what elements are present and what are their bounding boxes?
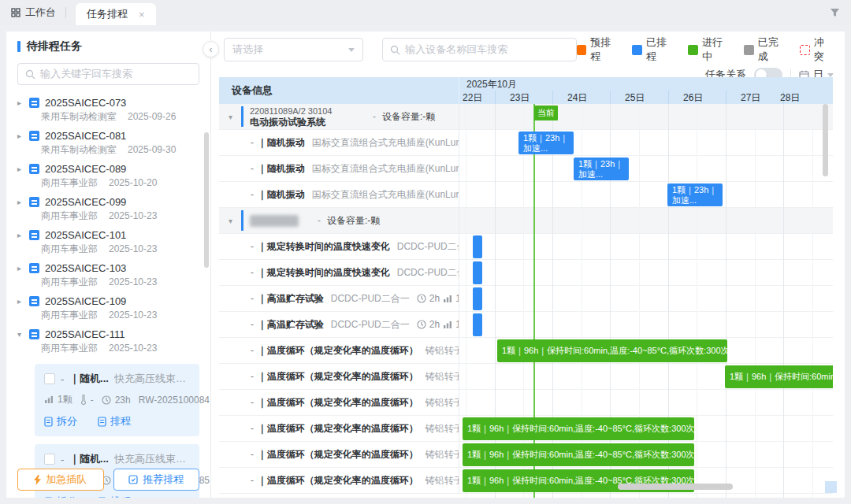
gantt-bar-scheduled[interactable]	[473, 235, 482, 258]
chevron-collapsed-icon[interactable]: ▸	[17, 98, 24, 107]
task-dept: 商用车事业部	[41, 176, 98, 190]
gantt-bar-inprogress[interactable]: 1颗｜96h｜保持时间:60min,温度:-40~85°C,循环次数:300次	[463, 443, 694, 466]
legend-swatch	[632, 45, 642, 55]
device-capacity: 设备容量:-颗	[327, 214, 380, 228]
task-document-icon	[29, 164, 39, 174]
task-id: 2025SAICEC-081	[45, 130, 126, 142]
task-prefix: -	[251, 397, 254, 408]
task-row-left-cell: - ｜随机振动 国标交直流组合式充电插座(KunLun 30)	[219, 156, 459, 181]
workbench-nav[interactable]: 工作台	[11, 6, 56, 20]
sidebar-title: 待排程任务	[27, 39, 82, 54]
lightning-icon	[34, 475, 41, 485]
filter-funnel-icon[interactable]	[830, 8, 840, 17]
task-dept: 乘用车制动检测室	[41, 143, 117, 157]
horizontal-scrollbar[interactable]	[618, 484, 733, 490]
gantt-bar-scheduled[interactable]	[473, 287, 482, 310]
gantt-bar-scheduled[interactable]: 1颗｜23h｜加速...	[574, 158, 629, 180]
group-row-left-cell: ▾ - 设备容量:-颗	[219, 208, 459, 233]
chevron-expanded-icon[interactable]: ▾	[229, 217, 235, 225]
schedule-link[interactable]: 排程	[98, 495, 131, 498]
split-link[interactable]: 拆分	[44, 495, 77, 498]
task-device: DCDC-PUD二合一	[331, 318, 410, 332]
gantt-bar-inprogress[interactable]: 1颗｜96h｜保持时间:60min,温度:-40~85°C,循环次数:300次	[497, 339, 727, 362]
recommend-schedule-button[interactable]: 推荐排程	[113, 469, 200, 491]
tree-item-title-row[interactable]: ▸ 2025SAICEC-109	[17, 295, 199, 308]
task-dept: 商用车事业部	[41, 209, 98, 223]
group-row-left-cell: ▾ 220811089A/2 30104 电动振动试验系统 - 设备容量:-颗	[219, 104, 459, 129]
sidebar-collapse-button[interactable]: ‹	[203, 41, 219, 57]
tree-item: ▾ 2025SAICEC-111商用车事业部 2025-10-23	[17, 324, 199, 358]
chevron-collapsed-icon[interactable]: ▸	[17, 231, 24, 239]
chevron-expanded-icon[interactable]: ▾	[17, 330, 24, 339]
tree-item-title-row[interactable]: ▾ 2025SAICEC-111	[17, 328, 199, 341]
schedule-link[interactable]: 排程	[98, 414, 131, 428]
subtask-checkbox[interactable]	[44, 454, 55, 465]
gantt-bar-inprogress[interactable]: 1颗｜96h｜保持时间:60min,温度:-40~85°C,循环次数:300次	[725, 365, 833, 388]
task-prefix: -	[251, 293, 254, 304]
task-row-left-cell: - ｜温度循环（规定变化率的温度循环） 铸铝转子异...	[219, 338, 459, 363]
chevron-collapsed-icon[interactable]: ▸	[17, 297, 24, 306]
task-name: ｜温度循环（规定变化率的温度循环）	[258, 474, 418, 487]
chevron-expanded-icon[interactable]: ▾	[229, 113, 235, 121]
tree-item: ▸ 2025SAICEC-089商用车事业部 2025-10-20	[17, 159, 199, 192]
filter-select[interactable]: 请选择	[224, 38, 363, 61]
legend-item: 进行中	[688, 35, 732, 64]
device-code: 220811089A/2 30104	[250, 106, 366, 116]
tab-task-scheduling[interactable]: 任务排程 ×	[76, 3, 156, 25]
gantt-bar-scheduled[interactable]: 1颗｜23h｜加速...	[518, 132, 574, 154]
task-row-left-cell: - ｜随机振动 国标交直流组合式充电插座(KunLun 30)	[219, 130, 459, 155]
gantt-bar-scheduled[interactable]	[473, 313, 482, 336]
chevron-collapsed-icon[interactable]: ▸	[17, 198, 24, 206]
subtask-checkbox[interactable]	[44, 373, 55, 384]
chevron-collapsed-icon[interactable]: ▸	[17, 165, 24, 173]
tree-item-title-row[interactable]: ▸ 2025SAICEC-081	[17, 129, 199, 143]
device-search-input[interactable]: 输入设备名称回车搜索	[382, 38, 576, 61]
gantt-bar-scheduled[interactable]: 1颗｜23h｜加速...	[667, 183, 723, 206]
legend-label: 预排程	[590, 35, 620, 64]
task-id: 2025SAICEC-103	[45, 262, 126, 274]
task-device: 铸铝转子异...	[426, 370, 459, 384]
sidebar-scrollbar[interactable]	[204, 132, 209, 268]
day-separator	[668, 91, 669, 104]
task-device: 铸铝转子异...	[426, 448, 459, 461]
task-id: 2025SAICEC-109	[45, 295, 126, 307]
subtask-card[interactable]: - ｜随机... 快充高压线束总成(45... 1颗 - 23h RW-2025…	[35, 364, 199, 436]
bar-label: 加速...	[578, 169, 624, 180]
task-id: 2025SAICEC-111	[45, 328, 124, 340]
tree-item-title-row[interactable]: ▸ 2025SAICEC-099	[17, 195, 199, 209]
task-date: 2025-09-26	[128, 111, 176, 122]
gantt-chart: 设备信息 2025年10月 22日23日24日25日26日27日28日 ▾ 22…	[219, 77, 833, 498]
tree-item: ▸ 2025SAICEC-073乘用车制动检测室 2025-09-26	[17, 93, 199, 126]
task-document-icon	[29, 131, 39, 141]
tree-item-title-row[interactable]: ▸ 2025SAICEC-089	[17, 162, 199, 176]
task-id: 2025SAICEC-101	[45, 229, 126, 241]
tab-close-icon[interactable]: ×	[139, 9, 145, 20]
keyword-search-input[interactable]: 输入关键字回车搜索	[17, 63, 199, 85]
tree-item-meta-row: 乘用车制动检测室 2025-09-26	[17, 109, 199, 124]
tree-item-meta-row: 商用车事业部 2025-10-23	[17, 275, 199, 289]
search-placeholder: 输入关键字回车搜索	[40, 67, 132, 81]
subtask-actions-row: 拆分 排程	[44, 414, 191, 428]
task-date: 2025-10-23	[109, 276, 157, 287]
day-label: 28日	[780, 91, 800, 104]
tree-item-title-row[interactable]: ▸ 2025SAICEC-073	[17, 96, 199, 109]
task-name: ｜温度循环（规定变化率的温度循环）	[258, 396, 418, 410]
task-device: 铸铝转子异...	[426, 396, 459, 410]
vertical-scrollbar[interactable]	[823, 104, 828, 176]
gantt-bar-inprogress[interactable]: 1颗｜96h｜保持时间:60min,温度:-40~85°C,循环次数:300次	[463, 417, 694, 440]
day-label: 22日	[463, 91, 482, 104]
urgent-queue-button[interactable]: 加急插队	[17, 469, 104, 491]
tree-item: ▸ 2025SAICEC-101商用车事业部 2025-10-23	[17, 225, 199, 258]
task-device: 国标交直流组合式充电插座(KunLun 30)	[312, 188, 459, 202]
tree-item-title-row[interactable]: ▸ 2025SAICEC-101	[17, 228, 199, 242]
gantt-bar-scheduled[interactable]	[473, 261, 482, 284]
chevron-collapsed-icon[interactable]: ▸	[17, 132, 24, 140]
task-meta: 2h 1 -	[417, 319, 459, 330]
split-link[interactable]: 拆分	[44, 414, 77, 428]
subtask-device: 快充高压线束总成(45...	[114, 372, 191, 386]
device-search-placeholder: 输入设备名称回车搜索	[405, 43, 507, 57]
subtask-name: ｜随机...	[69, 452, 109, 466]
chevron-collapsed-icon[interactable]: ▸	[17, 264, 24, 272]
legend-swatch	[688, 45, 698, 55]
tree-item-title-row[interactable]: ▸ 2025SAICEC-103	[17, 261, 199, 275]
